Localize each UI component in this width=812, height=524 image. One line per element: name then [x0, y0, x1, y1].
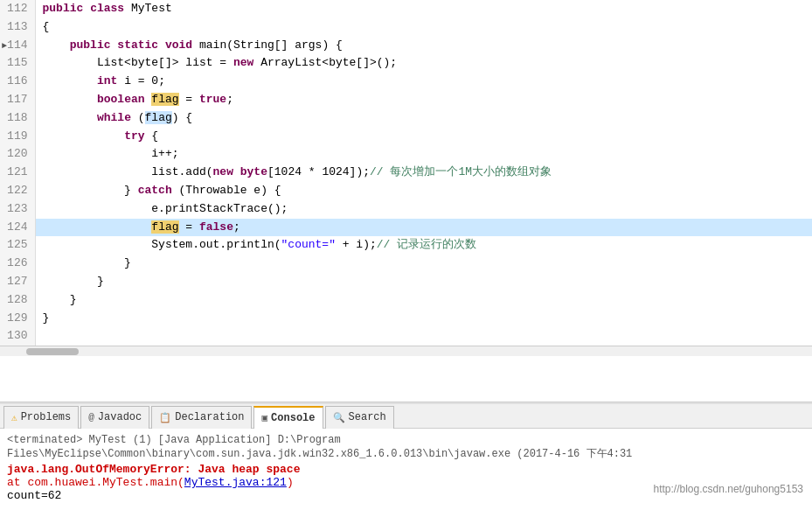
tab-label-javadoc: Javadoc [98, 411, 142, 423]
line-number: 120 [0, 145, 35, 164]
line-code: } [35, 255, 812, 273]
horizontal-scrollbar[interactable] [0, 346, 812, 356]
code-line-113: 113{ [0, 18, 812, 37]
tab-label-console: Console [271, 412, 315, 424]
line-code: flag = false; [35, 219, 812, 237]
line-code: while (flag) { [35, 109, 812, 128]
line-code: { [35, 18, 812, 37]
tab-javadoc[interactable]: @Javadoc [80, 406, 149, 429]
line-number: 113 [0, 18, 35, 37]
line-number: 119 [0, 128, 35, 146]
console-terminated-line: <terminated> MyTest (1) [Java Applicatio… [7, 432, 805, 463]
line-number: 122 [0, 182, 35, 200]
line-code: list.add(new byte[1024 * 1024]);// 每次增加一… [35, 164, 812, 182]
code-line-118: 118 while (flag) { [0, 109, 812, 128]
line-code: System.out.println("count=" + i);// 记录运行… [35, 236, 812, 255]
code-line-129: 129} [0, 310, 812, 328]
tab-problems[interactable]: ⚠Problems [3, 406, 79, 429]
tab-icon-javadoc: @ [88, 412, 94, 423]
tab-search[interactable]: 🔍Search [325, 406, 394, 429]
code-table: 112public class MyTest113{►114 public st… [0, 0, 812, 346]
line-number: 116 [0, 73, 35, 91]
line-number: 126 [0, 255, 35, 273]
code-line-128: 128 } [0, 291, 812, 310]
line-code: public static void main(String[] args) { [35, 37, 812, 55]
scrollbar-thumb[interactable] [26, 348, 79, 355]
code-line-117: 117 boolean flag = true; [0, 91, 812, 109]
line-number: 127 [0, 273, 35, 291]
line-code: } [35, 273, 812, 291]
line-code: try { [35, 128, 812, 146]
console-link[interactable]: MyTest.java:121 [184, 476, 287, 489]
line-number: 129 [0, 310, 35, 328]
bottom-panel: ⚠Problems@Javadoc📋Declaration▣Console🔍Se… [0, 402, 812, 499]
tab-label-problems: Problems [21, 411, 72, 423]
line-number: 128 [0, 291, 35, 310]
code-line-121: 121 list.add(new byte[1024 * 1024]);// 每… [0, 164, 812, 182]
tab-console[interactable]: ▣Console [253, 406, 323, 429]
line-code: } [35, 291, 812, 310]
code-line-114: ►114 public static void main(String[] ar… [0, 37, 812, 55]
line-code: public class MyTest [35, 0, 812, 18]
line-number: 118 [0, 109, 35, 128]
code-line-124: 124 flag = false; [0, 219, 812, 237]
code-editor[interactable]: 112public class MyTest113{►114 public st… [0, 0, 812, 402]
code-line-122: 122 } catch (Throwable e) { [0, 182, 812, 200]
code-line-123: 123 e.printStackTrace(); [0, 200, 812, 219]
tab-bar: ⚠Problems@Javadoc📋Declaration▣Console🔍Se… [0, 404, 812, 429]
line-code: List<byte[]> list = new ArrayList<byte[]… [35, 54, 812, 73]
line-code [35, 327, 812, 346]
line-code: boolean flag = true; [35, 91, 812, 109]
code-line-126: 126 } [0, 255, 812, 273]
tab-declaration[interactable]: 📋Declaration [151, 406, 252, 429]
code-line-115: 115 List<byte[]> list = new ArrayList<by… [0, 54, 812, 73]
code-line-120: 120 i++; [0, 145, 812, 164]
console-error-line1: java.lang.OutOfMemoryError: Java heap sp… [7, 463, 805, 476]
tab-icon-search: 🔍 [333, 412, 345, 423]
code-line-116: 116 int i = 0; [0, 73, 812, 91]
tab-label-search: Search [349, 411, 386, 423]
line-number: 124 [0, 219, 35, 237]
code-line-125: 125 System.out.println("count=" + i);// … [0, 236, 812, 255]
line-number: 121 [0, 164, 35, 182]
line-code: int i = 0; [35, 73, 812, 91]
code-line-112: 112public class MyTest [0, 0, 812, 18]
line-number: 112 [0, 0, 35, 18]
tab-icon-console: ▣ [261, 412, 267, 423]
line-number: ►114 [0, 37, 35, 55]
line-code: } [35, 310, 812, 328]
line-number: 130 [0, 327, 35, 346]
code-line-130: 130 [0, 327, 812, 346]
tab-icon-problems: ⚠ [11, 412, 17, 423]
line-number: 125 [0, 236, 35, 255]
line-code: i++; [35, 145, 812, 164]
code-line-119: 119 try { [0, 128, 812, 146]
line-code: e.printStackTrace(); [35, 200, 812, 219]
line-number: 117 [0, 91, 35, 109]
tab-label-declaration: Declaration [175, 411, 244, 423]
watermark: http://blog.csdn.net/guhong5153 [654, 483, 803, 495]
line-number: 123 [0, 200, 35, 219]
line-number: 115 [0, 54, 35, 73]
tab-icon-declaration: 📋 [159, 412, 171, 423]
line-code: } catch (Throwable e) { [35, 182, 812, 200]
code-line-127: 127 } [0, 273, 812, 291]
